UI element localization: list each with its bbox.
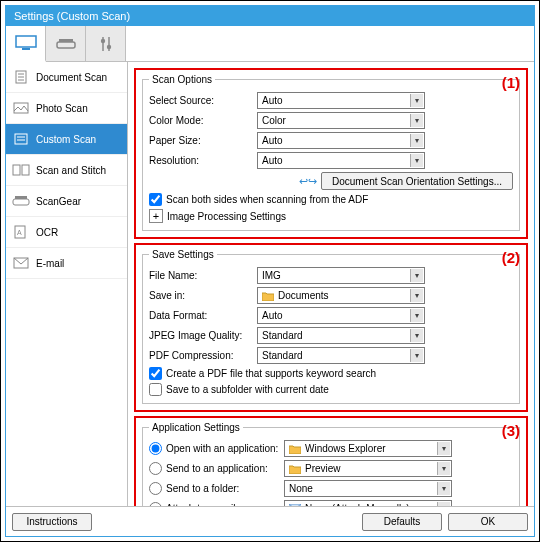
ok-button[interactable]: OK xyxy=(448,513,528,531)
svg-text:A: A xyxy=(17,229,22,236)
svg-rect-18 xyxy=(13,199,29,205)
main-panel: (1) Scan Options Select Source: Auto▾ Co… xyxy=(128,62,534,506)
svg-rect-0 xyxy=(16,36,36,47)
data-format-dropdown[interactable]: Auto▾ xyxy=(257,307,425,324)
chevron-down-icon: ▾ xyxy=(437,482,450,495)
subfolder-checkbox[interactable] xyxy=(149,383,162,396)
svg-rect-13 xyxy=(15,134,27,144)
sidebar-item-email[interactable]: E-mail xyxy=(6,248,127,279)
chevron-down-icon: ▾ xyxy=(437,502,450,506)
svg-rect-2 xyxy=(57,42,75,48)
ocr-icon: A xyxy=(12,225,30,239)
sidebar-item-ocr[interactable]: A OCR xyxy=(6,217,127,248)
svg-rect-16 xyxy=(13,165,20,175)
footer: Instructions Defaults OK xyxy=(6,506,534,536)
create-pdf-label: Create a PDF file that supports keyword … xyxy=(166,368,376,379)
top-toolbar xyxy=(6,26,534,62)
mail-icon xyxy=(289,503,301,507)
jpeg-quality-dropdown[interactable]: Standard▾ xyxy=(257,327,425,344)
open-app-label: Open with an application: xyxy=(166,443,284,454)
send-app-radio[interactable] xyxy=(149,462,162,475)
send-folder-radio[interactable] xyxy=(149,482,162,495)
attach-email-label: Attach to e-mail: xyxy=(166,503,284,506)
paper-size-dropdown[interactable]: Auto▾ xyxy=(257,132,425,149)
settings-window: Settings (Custom Scan) Document Scan Pho… xyxy=(5,5,535,537)
section-marker-3: (3) xyxy=(502,422,520,439)
svg-rect-3 xyxy=(59,39,73,42)
defaults-button[interactable]: Defaults xyxy=(362,513,442,531)
app-settings-legend: Application Settings xyxy=(149,422,243,433)
sidebar-item-label: E-mail xyxy=(36,258,64,269)
svg-point-7 xyxy=(106,44,110,48)
chevron-down-icon: ▾ xyxy=(410,269,423,282)
data-format-label: Data Format: xyxy=(149,310,257,321)
chevron-down-icon: ▾ xyxy=(410,349,423,362)
instructions-button[interactable]: Instructions xyxy=(12,513,92,531)
sliders-icon xyxy=(98,35,114,53)
svg-point-6 xyxy=(100,38,104,42)
send-folder-label: Send to a folder: xyxy=(166,483,284,494)
expand-img-proc-button[interactable]: + xyxy=(149,209,163,223)
document-icon xyxy=(12,70,30,84)
sidebar: Document Scan Photo Scan Custom Scan Sca… xyxy=(6,62,128,506)
sidebar-item-scangear[interactable]: ScanGear xyxy=(6,186,127,217)
save-in-dropdown[interactable]: Documents▾ xyxy=(257,287,425,304)
sidebar-item-photo-scan[interactable]: Photo Scan xyxy=(6,93,127,124)
scangear-icon xyxy=(12,194,30,208)
scan-options-legend: Scan Options xyxy=(149,74,215,85)
send-app-label: Send to an application: xyxy=(166,463,284,474)
both-sides-checkbox[interactable] xyxy=(149,193,162,206)
create-pdf-checkbox[interactable] xyxy=(149,367,162,380)
tab-scan-from-panel[interactable] xyxy=(46,26,86,61)
sidebar-item-label: Custom Scan xyxy=(36,134,96,145)
send-app-dropdown[interactable]: Preview▾ xyxy=(284,460,452,477)
save-settings-legend: Save Settings xyxy=(149,249,217,260)
sidebar-item-label: ScanGear xyxy=(36,196,81,207)
sidebar-item-scan-stitch[interactable]: Scan and Stitch xyxy=(6,155,127,186)
email-icon xyxy=(12,256,30,270)
chevron-down-icon: ▾ xyxy=(410,94,423,107)
chevron-down-icon: ▾ xyxy=(410,154,423,167)
chevron-down-icon: ▾ xyxy=(410,289,423,302)
orientation-settings-button[interactable]: Document Scan Orientation Settings... xyxy=(321,172,513,190)
pdf-compression-dropdown[interactable]: Standard▾ xyxy=(257,347,425,364)
section-app-settings: (3) Application Settings Open with an ap… xyxy=(134,416,528,506)
resolution-label: Resolution: xyxy=(149,155,257,166)
resolution-dropdown[interactable]: Auto▾ xyxy=(257,152,425,169)
svg-rect-19 xyxy=(15,196,27,199)
sidebar-item-label: Photo Scan xyxy=(36,103,88,114)
attach-email-dropdown[interactable]: None (Attach Manually)▾ xyxy=(284,500,452,506)
chevron-down-icon: ▾ xyxy=(437,462,450,475)
save-in-label: Save in: xyxy=(149,290,257,301)
swap-icon[interactable]: ↩↪ xyxy=(299,175,317,188)
chevron-down-icon: ▾ xyxy=(437,442,450,455)
both-sides-label: Scan both sides when scanning from the A… xyxy=(166,194,368,205)
preview-icon xyxy=(289,463,301,475)
chevron-down-icon: ▾ xyxy=(410,329,423,342)
color-mode-label: Color Mode: xyxy=(149,115,257,126)
sidebar-item-document-scan[interactable]: Document Scan xyxy=(6,62,127,93)
file-name-field[interactable]: IMG▾ xyxy=(257,267,425,284)
open-app-radio[interactable] xyxy=(149,442,162,455)
photo-icon xyxy=(12,101,30,115)
open-app-dropdown[interactable]: Windows Explorer▾ xyxy=(284,440,452,457)
window-title: Settings (Custom Scan) xyxy=(6,6,534,26)
chevron-down-icon: ▾ xyxy=(410,309,423,322)
tab-scan-from-computer[interactable] xyxy=(6,26,46,62)
color-mode-dropdown[interactable]: Color▾ xyxy=(257,112,425,129)
select-source-label: Select Source: xyxy=(149,95,257,106)
sidebar-item-label: Document Scan xyxy=(36,72,107,83)
file-name-label: File Name: xyxy=(149,270,257,281)
section-scan-options: (1) Scan Options Select Source: Auto▾ Co… xyxy=(134,68,528,239)
section-marker-1: (1) xyxy=(502,74,520,91)
svg-rect-17 xyxy=(22,165,29,175)
select-source-dropdown[interactable]: Auto▾ xyxy=(257,92,425,109)
sidebar-item-custom-scan[interactable]: Custom Scan xyxy=(6,124,127,155)
chevron-down-icon: ▾ xyxy=(410,114,423,127)
section-save-settings: (2) Save Settings File Name: IMG▾ Save i… xyxy=(134,243,528,412)
attach-email-radio[interactable] xyxy=(149,502,162,506)
svg-rect-1 xyxy=(22,48,30,50)
tab-general[interactable] xyxy=(86,26,126,61)
send-folder-dropdown[interactable]: None▾ xyxy=(284,480,452,497)
stitch-icon xyxy=(12,163,30,177)
